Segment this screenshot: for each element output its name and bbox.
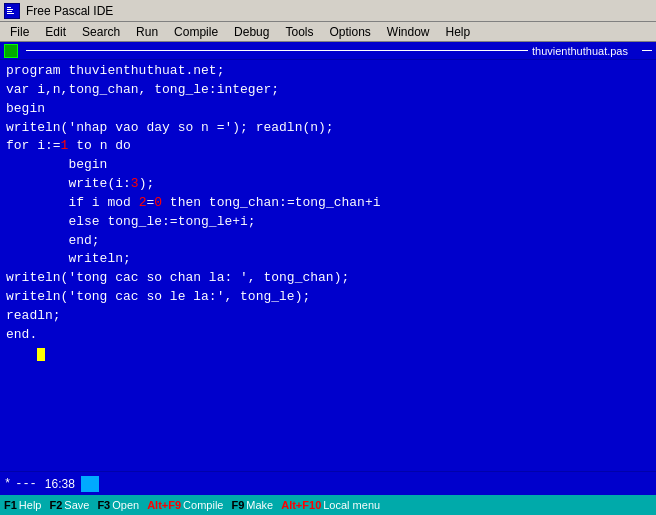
menu-debug[interactable]: Debug (226, 24, 277, 40)
tab-divider (26, 50, 528, 51)
menu-search[interactable]: Search (74, 24, 128, 40)
title-bar: Free Pascal IDE (0, 0, 656, 22)
code-line-2: var i,n,tong_chan, tong_le:integer; (6, 81, 650, 100)
menu-edit[interactable]: Edit (37, 24, 74, 40)
help-key-f9[interactable]: F9 (231, 499, 244, 511)
code-line-14: readln; (6, 307, 650, 326)
code-line-cursor (6, 345, 650, 364)
title-text: Free Pascal IDE (26, 4, 113, 18)
status-time: 16:38 (45, 477, 75, 491)
svg-rect-4 (7, 11, 12, 12)
status-indicator: * (4, 477, 11, 491)
help-key-f1[interactable]: F1 (4, 499, 17, 511)
menu-file[interactable]: File (2, 24, 37, 40)
svg-rect-3 (7, 9, 13, 10)
menu-run[interactable]: Run (128, 24, 166, 40)
menu-help[interactable]: Help (438, 24, 479, 40)
code-line-5: for i:=1 to n do (6, 137, 650, 156)
status-bar: * --- 16:38 (0, 471, 656, 495)
code-line-10: end; (6, 232, 650, 251)
text-cursor (37, 348, 45, 361)
code-line-13: writeln('tong cac so le la:', tong_le); (6, 288, 650, 307)
help-bar: F1 Help F2 Save F3 Open Alt+F9 Compile F… (0, 495, 656, 515)
menu-compile[interactable]: Compile (166, 24, 226, 40)
code-line-3: begin (6, 100, 650, 119)
help-label-f2: Save (64, 499, 89, 511)
tab-close-button[interactable] (4, 44, 18, 58)
code-editor[interactable]: program thuvienthuthuat.net; var i,n,ton… (0, 60, 656, 471)
help-label-f1: Help (19, 499, 42, 511)
tab-bar: thuvienthuthuat.pas (0, 42, 656, 60)
status-left: * --- 16:38 (4, 477, 75, 491)
help-label-f9: Make (246, 499, 273, 511)
code-line-1: program thuvienthuthuat.net; (6, 62, 650, 81)
code-line-7: write(i:3); (6, 175, 650, 194)
code-line-15: end. (6, 326, 650, 345)
editor-wrapper: thuvienthuthuat.pas program thuvienthuth… (0, 42, 656, 471)
help-key-f2[interactable]: F2 (49, 499, 62, 511)
help-key-f3[interactable]: F3 (97, 499, 110, 511)
menu-window[interactable]: Window (379, 24, 438, 40)
code-line-8: if i mod 2=0 then tong_chan:=tong_chan+i (6, 194, 650, 213)
code-line-11: writeln; (6, 250, 650, 269)
code-line-9: else tong_le:=tong_le+i; (6, 213, 650, 232)
app-icon (4, 3, 20, 19)
tab-filename[interactable]: thuvienthuthuat.pas (532, 45, 638, 57)
help-key-altf9[interactable]: Alt+F9 (147, 499, 181, 511)
code-line-6: begin (6, 156, 650, 175)
menu-options[interactable]: Options (321, 24, 378, 40)
svg-rect-5 (7, 13, 14, 14)
menu-tools[interactable]: Tools (277, 24, 321, 40)
scroll-indicator[interactable] (81, 476, 99, 492)
code-line-4: writeln('nhap vao day so n ='); readln(n… (6, 119, 650, 138)
help-key-altf10[interactable]: Alt+F10 (281, 499, 321, 511)
main-container: Free Pascal IDE File Edit Search Run Com… (0, 0, 656, 515)
menu-bar: File Edit Search Run Compile Debug Tools… (0, 22, 656, 42)
code-line-12: writeln('tong cac so chan la: ', tong_ch… (6, 269, 650, 288)
status-dashes: --- (15, 477, 37, 491)
svg-rect-2 (7, 7, 11, 8)
help-label-altf10: Local menu (323, 499, 380, 511)
help-label-altf9: Compile (183, 499, 223, 511)
help-label-f3: Open (112, 499, 139, 511)
